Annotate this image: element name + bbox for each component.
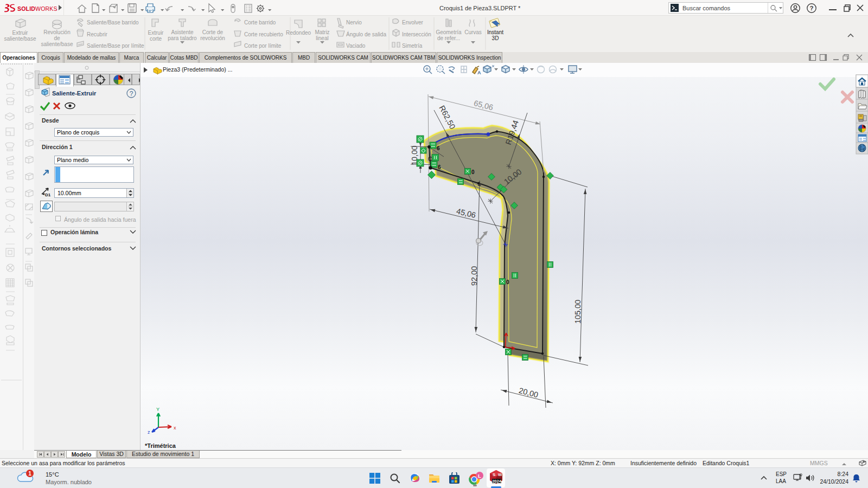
svg-text:Y: Y — [156, 407, 159, 412]
svg-text:0: 0 — [506, 279, 509, 285]
svg-text:?: ? — [130, 90, 133, 98]
svg-text:W: W — [498, 472, 502, 477]
svg-text:S: S — [493, 472, 496, 477]
svg-text:*Trimétrica: *Trimétrica — [145, 442, 176, 449]
svg-text:C: C — [428, 156, 432, 162]
svg-text:R62,50: R62,50 — [437, 104, 457, 131]
svg-text:105,00: 105,00 — [573, 300, 582, 324]
svg-text:A: A — [477, 70, 481, 75]
svg-text:0: 0 — [471, 169, 475, 175]
svg-text:D1: D1 — [45, 192, 51, 197]
svg-text:6: 6 — [438, 164, 441, 170]
svg-text:1: 1 — [28, 471, 31, 477]
svg-text:SOLIDWORKS: SOLIDWORKS — [17, 5, 58, 12]
svg-text:2024: 2024 — [492, 479, 502, 484]
svg-text:6: 6 — [437, 145, 440, 151]
svg-text:?: ? — [809, 5, 813, 11]
svg-text:20,00: 20,00 — [518, 386, 539, 399]
svg-text:L: L — [478, 473, 481, 479]
svg-text:z: z — [148, 429, 150, 435]
svg-text:92,00: 92,00 — [470, 266, 478, 286]
svg-text:Pieza3 (Predeterminado) ...: Pieza3 (Predeterminado) ... — [163, 66, 232, 73]
svg-text:45,06: 45,06 — [456, 207, 477, 220]
svg-text:x: x — [174, 425, 176, 431]
